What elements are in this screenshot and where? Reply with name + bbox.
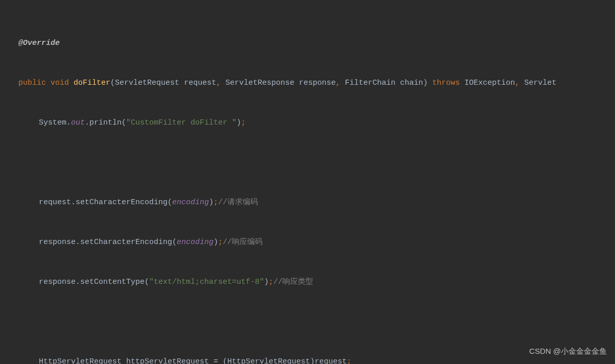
code-editor[interactable]: @Override public void doFilter(ServletRe… [0,0,615,364]
code-line: request.setCharacterEncoding(encoding);/… [18,196,615,209]
watermark-text: CSDN @小金金金金鱼 [529,345,607,358]
code-line: public void doFilter(ServletRequest requ… [18,77,615,90]
code-line: HttpServletRequest httpServletRequest = … [18,355,615,364]
code-line: response.setCharacterEncoding(encoding);… [18,236,615,249]
code-line: @Override [18,37,615,50]
annotation-override: @Override [18,39,60,47]
code-line: System.out.println("CustomFilter doFilte… [18,116,615,130]
code-line: response.setContentType("text/html;chars… [18,276,615,289]
code-line-blank [18,316,615,329]
code-line-blank [18,156,615,169]
